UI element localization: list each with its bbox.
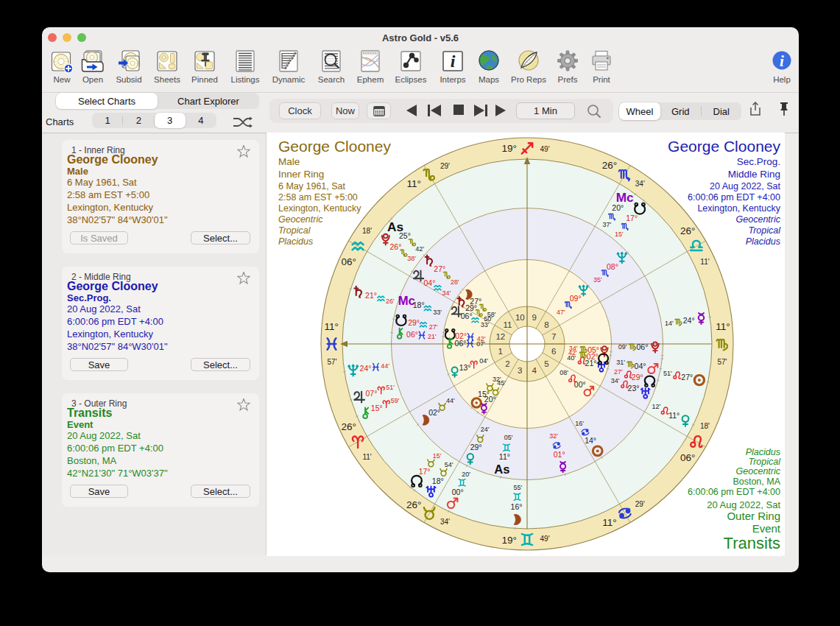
svg-text:15°: 15° bbox=[371, 404, 383, 412]
svg-text:i: i bbox=[451, 52, 456, 71]
svg-text:06°: 06° bbox=[406, 330, 418, 339]
svg-text:27°: 27° bbox=[681, 373, 693, 381]
svg-text:16': 16' bbox=[575, 420, 584, 427]
svg-text:44': 44' bbox=[446, 397, 455, 404]
svg-text:5: 5 bbox=[544, 359, 548, 368]
svg-text:Tropical: Tropical bbox=[278, 225, 311, 236]
svg-text:11: 11 bbox=[504, 320, 512, 329]
svg-text:50': 50' bbox=[484, 315, 493, 323]
svg-text:Tropical: Tropical bbox=[748, 225, 781, 236]
svg-text:29°: 29° bbox=[632, 373, 643, 381]
svg-text:7: 7 bbox=[551, 332, 556, 341]
svg-text:Lexington, Kentucky: Lexington, Kentucky bbox=[697, 203, 780, 214]
svg-text:24°: 24° bbox=[683, 316, 695, 325]
svg-text:6:00:06 pm EDT +4:00: 6:00:06 pm EDT +4:00 bbox=[688, 487, 780, 497]
svg-text:14°: 14° bbox=[585, 436, 596, 445]
svg-text:As: As bbox=[494, 463, 509, 476]
svg-text:26°: 26° bbox=[341, 421, 356, 432]
svg-text:44': 44' bbox=[381, 362, 389, 370]
svg-text:51': 51' bbox=[386, 384, 395, 391]
svg-text:24': 24' bbox=[481, 426, 490, 433]
svg-text:Middle Ring: Middle Ring bbox=[728, 169, 780, 180]
svg-text:Geocentric: Geocentric bbox=[736, 214, 781, 225]
svg-text:04°: 04° bbox=[635, 362, 646, 370]
svg-text:George Clooney: George Clooney bbox=[278, 138, 391, 155]
svg-text:32': 32' bbox=[549, 432, 558, 440]
svg-text:27': 27' bbox=[429, 323, 438, 331]
svg-text:57': 57' bbox=[717, 358, 727, 366]
svg-text:06°: 06° bbox=[341, 256, 356, 267]
svg-text:34': 34' bbox=[442, 289, 451, 297]
svg-text:57': 57' bbox=[328, 358, 337, 366]
svg-text:12: 12 bbox=[495, 332, 505, 341]
svg-text:06°: 06° bbox=[455, 339, 467, 348]
svg-text:02°: 02° bbox=[587, 352, 599, 361]
svg-text:12': 12' bbox=[652, 403, 661, 410]
svg-text:54': 54' bbox=[445, 461, 453, 468]
svg-text:09°: 09° bbox=[570, 294, 582, 303]
svg-text:26°: 26° bbox=[389, 242, 401, 251]
svg-text:18': 18' bbox=[362, 227, 372, 235]
svg-text:Placidus: Placidus bbox=[746, 236, 780, 247]
svg-text:Geocentric: Geocentric bbox=[736, 466, 781, 476]
svg-text:27': 27' bbox=[614, 368, 623, 376]
svg-text:24°: 24° bbox=[360, 364, 372, 373]
svg-text:02°: 02° bbox=[428, 408, 440, 417]
svg-text:George Clooney: George Clooney bbox=[668, 138, 780, 155]
svg-text:29°: 29° bbox=[465, 303, 477, 312]
svg-text:37': 37' bbox=[602, 221, 611, 228]
svg-text:34': 34' bbox=[611, 377, 620, 384]
svg-text:11': 11' bbox=[700, 258, 709, 266]
svg-text:35': 35' bbox=[593, 276, 602, 284]
svg-text:15': 15' bbox=[433, 452, 442, 460]
svg-text:20°: 20° bbox=[612, 203, 624, 212]
svg-text:21': 21' bbox=[428, 333, 437, 340]
svg-text:47': 47' bbox=[557, 309, 565, 316]
svg-text:29': 29' bbox=[440, 162, 450, 170]
svg-text:21°: 21° bbox=[365, 291, 377, 300]
svg-text:Transits: Transits bbox=[724, 534, 780, 552]
svg-text:04°: 04° bbox=[423, 278, 435, 287]
svg-text:Tropical: Tropical bbox=[748, 457, 781, 467]
svg-text:42': 42' bbox=[415, 245, 424, 253]
svg-text:00°: 00° bbox=[452, 488, 464, 496]
svg-text:17°: 17° bbox=[419, 467, 431, 476]
svg-text:34': 34' bbox=[440, 518, 450, 526]
svg-text:09': 09' bbox=[618, 343, 627, 351]
svg-text:23°: 23° bbox=[628, 384, 640, 393]
svg-text:2: 2 bbox=[505, 359, 509, 368]
svg-text:59': 59' bbox=[391, 397, 400, 404]
svg-text:18°: 18° bbox=[413, 300, 425, 309]
svg-text:26': 26' bbox=[386, 298, 395, 305]
svg-text:06°: 06° bbox=[680, 452, 695, 463]
svg-text:26°: 26° bbox=[602, 160, 617, 171]
svg-text:Placidus: Placidus bbox=[278, 236, 313, 247]
svg-text:20°: 20° bbox=[484, 395, 496, 404]
svg-text:26°: 26° bbox=[680, 225, 695, 236]
svg-text:Boston, MA: Boston, MA bbox=[733, 476, 780, 487]
svg-text:6: 6 bbox=[551, 347, 556, 356]
svg-text:13°: 13° bbox=[459, 363, 471, 372]
svg-text:20': 20' bbox=[462, 471, 470, 478]
svg-text:28': 28' bbox=[451, 278, 459, 286]
svg-text:16°: 16° bbox=[511, 502, 523, 511]
svg-text:Geocentric: Geocentric bbox=[278, 214, 323, 225]
svg-text:11°: 11° bbox=[406, 178, 420, 189]
svg-text:18': 18' bbox=[700, 422, 710, 430]
svg-text:25°: 25° bbox=[399, 231, 411, 240]
svg-text:Placidus: Placidus bbox=[746, 447, 780, 457]
svg-text:26°: 26° bbox=[406, 499, 421, 510]
svg-text:15': 15' bbox=[615, 231, 624, 238]
svg-text:Mc: Mc bbox=[616, 190, 634, 205]
svg-text:08': 08' bbox=[560, 369, 568, 376]
svg-text:17°: 17° bbox=[626, 214, 638, 222]
svg-text:11°: 11° bbox=[668, 411, 680, 420]
svg-text:11°: 11° bbox=[324, 321, 338, 332]
svg-text:19°: 19° bbox=[502, 535, 517, 546]
svg-text:6:00:06 pm EDT +4:00: 6:00:06 pm EDT +4:00 bbox=[688, 192, 780, 203]
svg-text:Outer Ring: Outer Ring bbox=[727, 510, 780, 522]
svg-text:45': 45' bbox=[497, 379, 506, 387]
svg-text:1: 1 bbox=[498, 347, 503, 356]
svg-text:Inner Ring: Inner Ring bbox=[278, 169, 324, 180]
svg-text:55': 55' bbox=[513, 484, 522, 491]
